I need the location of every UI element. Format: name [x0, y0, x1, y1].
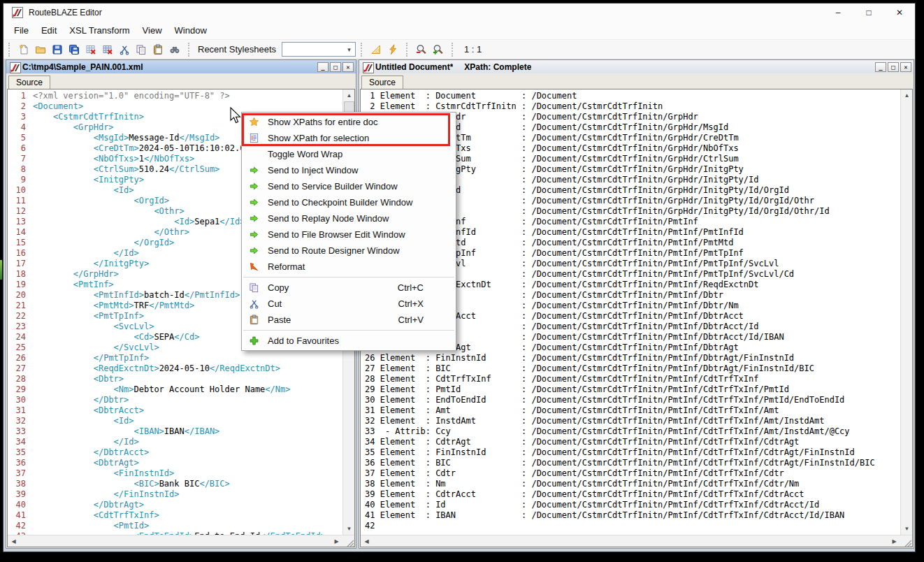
document-icon [10, 62, 19, 71]
menu-item-copy[interactable]: CopyCtrl+C [242, 280, 456, 296]
menu-item-reformat[interactable]: Reformat [242, 259, 456, 275]
cut-icon[interactable] [117, 42, 132, 57]
scroll-right-icon[interactable]: ▶ [331, 535, 342, 547]
close-file-icon[interactable] [83, 42, 99, 57]
xpath-result-line: 37 Element : Cdtr : /Document/CstmrCdtTr… [361, 468, 900, 479]
save-all-icon[interactable] [66, 42, 82, 57]
setsquare-icon[interactable] [368, 42, 384, 57]
scroll-left-icon[interactable]: ◀ [361, 535, 373, 547]
code-line: 32 <Id> [8, 416, 342, 426]
toolbar: Recent Stylesheets ▾ 1 : 1 [3, 39, 915, 59]
document-icon [363, 62, 372, 71]
desktop-sliver [0, 260, 2, 280]
code-line: 28 <Dbtr> [8, 374, 342, 384]
child-minimize-button[interactable]: _ [317, 62, 329, 72]
child-close-button[interactable]: ✕ [900, 62, 911, 72]
menu-view[interactable]: View [136, 23, 168, 38]
menu-item-label: Add to Favourites [268, 336, 424, 346]
child-minimize-button[interactable]: _ [875, 62, 886, 72]
xpath-result-line: 26 Element : FinInstnId : /Document/Cstm… [361, 353, 900, 363]
menu-item-label: Show XPaths for entire doc [268, 117, 424, 127]
zoom-out-icon[interactable] [414, 42, 429, 57]
xpath-window-titlebar[interactable]: Untitled Document* XPath: Complete _ □ ✕ [359, 60, 914, 73]
run-transform-icon[interactable] [385, 42, 400, 57]
xpath-horizontal-scrollbar[interactable]: ◀ ▶ [361, 535, 912, 547]
close-all-files-icon[interactable] [100, 42, 115, 57]
menu-item-send-to-inject-window[interactable]: Send to Inject Window [242, 162, 456, 178]
open-file-icon[interactable] [33, 42, 48, 57]
xpath-result-line: 38 Element : Nm : /Document/CstmrCdtTrfI… [361, 479, 900, 489]
menu-item-cut[interactable]: CutCtrl+X [242, 296, 456, 312]
tab-source-right[interactable]: Source [361, 75, 403, 89]
menu-item-send-to-replay-node-window[interactable]: Send to Replay Node Window [242, 210, 456, 226]
mouse-cursor [229, 107, 243, 128]
menu-item-show-xpath-for-selection[interactable]: Show XPath for selection [242, 130, 456, 146]
maximize-button[interactable]: □ [853, 3, 884, 22]
menu-item-toggle-word-wrap[interactable]: Toggle Word Wrap [242, 146, 456, 162]
xpath-result-line: 31 Element : Amt : /Document/CstmrCdtTrf… [361, 405, 900, 416]
child-close-button[interactable]: ✕ [342, 62, 354, 72]
resize-grip[interactable] [342, 535, 354, 547]
close-button[interactable]: ✕ [884, 3, 915, 22]
code-line: 37 <FinInstnId> [8, 468, 342, 479]
send-arrow-icon [245, 165, 262, 175]
xml-horizontal-scrollbar[interactable]: ◀ ▶ [8, 535, 354, 547]
menu-item-show-xpaths-for-entire-doc[interactable]: Show XPaths for entire doc [242, 114, 456, 130]
menu-edit[interactable]: Edit [35, 23, 63, 38]
code-line: 31 <DbtrAcct> [8, 405, 342, 416]
toolbar-grip [452, 43, 455, 57]
menu-item-shortcut: Ctrl+C [398, 282, 424, 293]
paste-icon [245, 315, 262, 325]
menu-file[interactable]: File [8, 23, 35, 38]
menu-item-add-to-favourites[interactable]: Add to Favourites [242, 333, 456, 349]
app-window: RouteBLAZE Editor – □ ✕ FileEditXSL Tran… [3, 3, 916, 552]
minimize-button[interactable]: – [823, 3, 853, 22]
scroll-left-icon[interactable]: ◀ [8, 535, 20, 547]
xpath-result-line: 40 Element : Id : /Document/CstmrCdtTrfI… [361, 500, 900, 510]
xml-window-titlebar[interactable]: C:\tmp4\Sample_PAIN.001.xml _ □ ✕ [6, 60, 356, 73]
xml-tabstrip: Source [6, 73, 356, 89]
menu-item-send-to-route-designer-window[interactable]: Send to Route Designer Window [242, 243, 456, 259]
resize-grip[interactable] [900, 535, 912, 547]
menu-item-paste[interactable]: PasteCtrl+V [242, 312, 456, 328]
send-arrow-icon [245, 197, 262, 208]
code-line: 41 <CdtTrfTxInf> [8, 510, 342, 521]
save-icon[interactable] [50, 42, 65, 57]
scroll-down-icon[interactable]: ▼ [901, 523, 912, 535]
toolbar-grip [188, 43, 192, 57]
code-line: 40 </DbtrAgt> [8, 500, 342, 510]
paste-icon[interactable] [150, 42, 166, 57]
scroll-up-icon[interactable]: ▲ [343, 89, 354, 101]
menu-item-send-to-service-builder-window[interactable]: Send to Service Builder Window [242, 178, 456, 194]
new-document-icon[interactable] [16, 42, 31, 57]
menu-xsl-transform[interactable]: XSL Transform [63, 23, 136, 38]
xpath-vertical-scrollbar[interactable]: ▲ ▼ [900, 89, 912, 535]
menu-window[interactable]: Window [168, 23, 213, 38]
menu-item-label: Send to Service Builder Window [268, 181, 424, 192]
send-arrow-icon [245, 245, 262, 256]
reformat-icon [245, 261, 262, 272]
recent-stylesheets-label: Recent Stylesheets [198, 44, 276, 55]
code-line: 29 <Nm>Debtor Account Holder Name</Nm> [8, 384, 342, 395]
scroll-right-icon[interactable]: ▶ [888, 535, 900, 547]
chevron-down-icon[interactable]: ▾ [343, 43, 355, 56]
menu-item-send-to-checkpoint-builder-window[interactable]: Send to Checkpoint Builder Window [242, 194, 456, 210]
child-maximize-button[interactable]: □ [330, 62, 341, 72]
zoom-in-icon[interactable] [431, 42, 446, 57]
code-line: 1<?xml version="1.0" encoding="UTF-8" ?> [8, 91, 342, 101]
code-line: 26 </PmtTpInf> [8, 353, 342, 363]
scroll-down-icon[interactable]: ▼ [343, 523, 354, 535]
menu-item-send-to-file-browser-edit-window[interactable]: Send to File Browser Edit Window [242, 226, 456, 243]
menu-item-label: Send to File Browser Edit Window [268, 229, 424, 240]
xpath-result-line: 32 Element : InstdAmt : /Document/CstmrC… [361, 416, 900, 426]
mdi-client-area: C:\tmp4\Sample_PAIN.001.xml _ □ ✕ Source… [3, 59, 915, 552]
find-icon[interactable] [167, 42, 182, 57]
recent-stylesheets-combobox[interactable]: ▾ [282, 42, 356, 57]
menu-item-label: Copy [268, 282, 398, 293]
scroll-up-icon[interactable]: ▲ [901, 89, 912, 101]
copy-icon[interactable] [133, 42, 149, 57]
toolbar-grip [8, 43, 12, 57]
code-line: 30 </Dbtr> [8, 395, 342, 405]
child-maximize-button[interactable]: □ [888, 62, 899, 72]
tab-source-left[interactable]: Source [8, 75, 50, 89]
